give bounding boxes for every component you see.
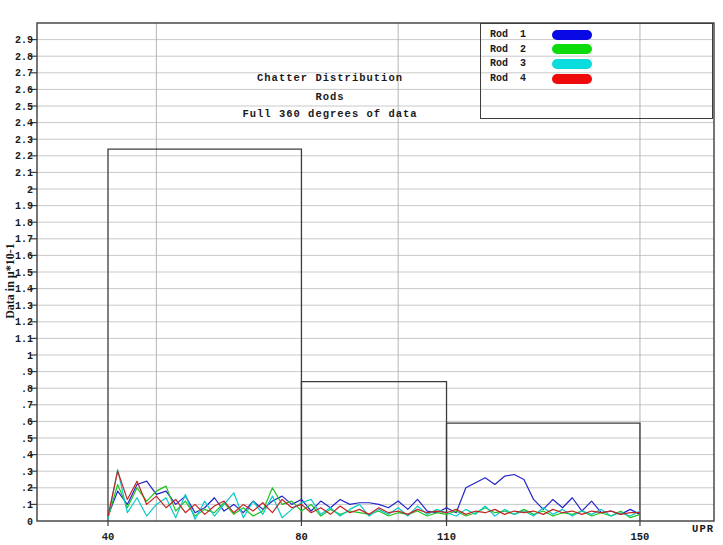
svg-text:.5: .5: [21, 434, 33, 445]
chart-title-line3: Full 360 degrees of data: [130, 108, 530, 120]
svg-text:2.3: 2.3: [15, 135, 33, 146]
trace-rod-4: [108, 471, 640, 516]
svg-text:2.9: 2.9: [15, 35, 33, 46]
svg-text:1.1: 1.1: [15, 334, 33, 345]
svg-text:2: 2: [27, 185, 33, 196]
legend-swatch-rod-1: [552, 30, 592, 40]
envelope-bin: [108, 149, 301, 521]
envelope-bin: [301, 382, 446, 521]
svg-text:110: 110: [437, 531, 456, 543]
legend-entry-label: Rod 2: [481, 44, 552, 55]
legend-entry-label: Rod 4: [481, 73, 552, 84]
y-axis-tick-labels: 0.1.2.3.4.5.6.7.8.911.11.21.31.41.51.61.…: [15, 35, 33, 527]
svg-text:150: 150: [631, 531, 650, 543]
svg-text:40: 40: [102, 531, 115, 543]
legend-entry-label: Rod 3: [481, 58, 552, 69]
legend-entry-rod-3: Rod 3: [481, 57, 712, 70]
x-axis-ticks: [108, 521, 640, 526]
legend-swatch-rod-3: [552, 59, 592, 69]
svg-text:.4: .4: [21, 450, 33, 461]
svg-text:80: 80: [295, 531, 308, 543]
svg-text:0: 0: [27, 517, 33, 528]
svg-text:.8: .8: [21, 384, 33, 395]
svg-text:.1: .1: [21, 500, 33, 511]
y-axis-label: Data in µ*10-1: [3, 243, 18, 319]
legend-entry-rod-1: Rod 1: [481, 28, 712, 41]
svg-text:1.3: 1.3: [15, 301, 33, 312]
x-axis-tick-labels: 4080110150: [102, 531, 650, 543]
legend-swatch-rod-2: [552, 44, 592, 54]
svg-text:.9: .9: [21, 367, 33, 378]
svg-text:2.6: 2.6: [15, 85, 33, 96]
svg-text:.6: .6: [21, 417, 33, 428]
chart-title-line2: Rods: [130, 91, 530, 103]
legend-entry-rod-4: Rod 4: [481, 72, 712, 85]
svg-text:1.5: 1.5: [15, 268, 33, 279]
svg-text:1.7: 1.7: [15, 234, 33, 245]
trace-rod-1: [108, 475, 640, 517]
svg-text:2.8: 2.8: [15, 52, 33, 63]
svg-text:2.4: 2.4: [15, 118, 33, 129]
svg-text:1: 1: [27, 351, 33, 362]
svg-text:2.2: 2.2: [15, 151, 33, 162]
svg-text:.3: .3: [21, 467, 33, 478]
legend-entry-rod-2: Rod 2: [481, 43, 712, 56]
legend-entry-label: Rod 1: [481, 29, 552, 40]
svg-text:.7: .7: [21, 400, 33, 411]
svg-text:.2: .2: [21, 483, 33, 494]
svg-text:1.9: 1.9: [15, 201, 33, 212]
svg-text:1.4: 1.4: [15, 284, 33, 295]
svg-text:2.1: 2.1: [15, 168, 33, 179]
legend: Rod 1Rod 2Rod 3Rod 4: [480, 23, 713, 119]
chart-title-line1: Chatter Distribution: [130, 72, 530, 84]
svg-text:1.8: 1.8: [15, 218, 33, 229]
chart-canvas: 0.1.2.3.4.5.6.7.8.911.11.21.31.41.51.61.…: [0, 0, 723, 545]
svg-text:1.6: 1.6: [15, 251, 33, 262]
legend-swatch-rod-4: [552, 74, 592, 84]
svg-text:2.5: 2.5: [15, 102, 33, 113]
x-axis-unit-label: UPR: [652, 523, 714, 535]
envelope-bins: [108, 149, 640, 521]
svg-text:1.2: 1.2: [15, 317, 33, 328]
svg-text:2.7: 2.7: [15, 68, 33, 79]
